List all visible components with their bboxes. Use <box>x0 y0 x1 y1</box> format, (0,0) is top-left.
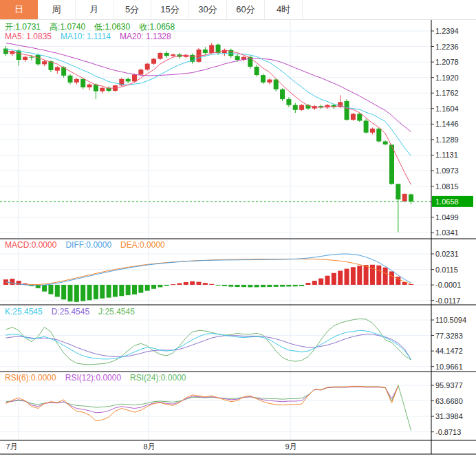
svg-text:1.0499: 1.0499 <box>435 213 459 222</box>
macd-histogram-bar <box>255 285 259 288</box>
tab-4hour[interactable]: 4时 <box>265 0 303 19</box>
tab-day[interactable]: 日 <box>0 0 38 19</box>
candle-body <box>17 50 21 60</box>
candle-body <box>23 57 28 60</box>
tab-week[interactable]: 周 <box>38 0 76 19</box>
ma20-value: MA20: 1.1328 <box>120 32 171 41</box>
trading-chart-window: 日 周 月 5分 15分 30分 60分 4时 开:1.0731高:1.0740… <box>0 0 476 461</box>
svg-text:0.0231: 0.0231 <box>435 250 459 258</box>
k-line <box>6 330 411 359</box>
macd-histogram-bar <box>351 267 356 285</box>
dea-line <box>6 259 411 284</box>
macd-histogram-bar <box>389 271 394 284</box>
macd-histogram-bar <box>100 285 105 299</box>
macd-histogram-bar <box>312 281 317 285</box>
macd-histogram-bar <box>42 285 47 292</box>
chart-canvas[interactable]: 1.23941.22361.20781.19201.17621.16041.14… <box>0 0 476 461</box>
current-price-badge: 1.0658 <box>432 196 473 207</box>
ma5-value: MA5: 1.0835 <box>5 32 52 41</box>
macd-histogram-bar <box>222 285 227 286</box>
candle-body <box>370 129 375 133</box>
svg-text:7月: 7月 <box>6 442 17 451</box>
macd-histogram-bar <box>357 266 362 285</box>
candle-body <box>171 54 175 56</box>
d-value: D:25.4545 <box>52 307 89 317</box>
rsi6-line <box>6 386 398 421</box>
macd-histogram-bar <box>409 284 413 285</box>
candle-body <box>36 55 41 65</box>
macd-histogram-bar <box>61 285 66 299</box>
svg-text:1.1920: 1.1920 <box>435 74 459 82</box>
ma5-line <box>6 50 411 184</box>
candle-body <box>280 89 285 99</box>
macd-histogram-bar <box>158 285 162 288</box>
macd-histogram-bar <box>74 285 79 302</box>
macd-histogram-bar <box>151 285 156 289</box>
svg-text:110.5094: 110.5094 <box>435 316 466 324</box>
y-axis-labels: 1.23941.22361.20781.19201.17621.16041.14… <box>431 27 466 436</box>
macd-histogram-bar <box>376 266 381 285</box>
candle-body <box>364 121 369 133</box>
macd-histogram-bar <box>299 285 304 286</box>
rsi-panel <box>6 385 411 431</box>
candle-body <box>80 79 85 87</box>
j-value: J:25.4545 <box>98 307 135 317</box>
macd-histogram-bar <box>68 285 73 301</box>
rsi24-value: RSI(24):0.0000 <box>130 373 186 383</box>
svg-text:1.1289: 1.1289 <box>435 136 459 144</box>
candle-body <box>261 75 266 83</box>
macd-histogram-bar <box>94 285 98 299</box>
macd-histogram-bar <box>132 285 137 294</box>
macd-histogram-bar <box>171 284 175 285</box>
macd-histogram-bar <box>138 285 143 293</box>
candle-body <box>409 194 413 201</box>
kdj-legend: K:25.4545D:25.4545J:25.4545 <box>5 307 144 317</box>
ma-legend: MA5: 1.0835MA10: 1.1114MA20: 1.1328 <box>5 32 180 41</box>
candle-body <box>203 50 208 53</box>
macd-histogram-bar <box>228 285 233 287</box>
svg-text:1.2078: 1.2078 <box>435 58 459 66</box>
tab-30min[interactable]: 30分 <box>189 0 227 19</box>
diff-value: DIFF:0.0000 <box>65 240 111 250</box>
svg-text:-0.0117: -0.0117 <box>435 297 461 305</box>
candle-body <box>209 45 214 53</box>
tab-60min[interactable]: 60分 <box>227 0 265 19</box>
macd-histogram-bar <box>293 285 298 286</box>
rsi-legend: RSI(6):0.0000RSI(12):0.0000RSI(24):0.000… <box>5 373 195 383</box>
candlesticks <box>3 43 413 233</box>
candle-body <box>126 79 131 82</box>
macd-histogram-bar <box>364 265 369 285</box>
tab-5min[interactable]: 5分 <box>113 0 151 19</box>
svg-text:1.0815: 1.0815 <box>435 182 459 191</box>
tab-15min[interactable]: 15分 <box>151 0 189 19</box>
candle-body <box>274 80 279 89</box>
candle-body <box>255 67 259 75</box>
candle-body <box>235 56 240 60</box>
macd-histogram-bar <box>113 285 118 297</box>
candle-body <box>357 114 362 121</box>
open-value: 开:1.0731 <box>5 22 41 32</box>
svg-text:8月: 8月 <box>143 442 155 451</box>
macd-histogram-bar <box>203 283 208 285</box>
svg-text:31.3984: 31.3984 <box>435 412 463 420</box>
macd-histogram-bar <box>248 285 252 288</box>
candle-body <box>145 64 150 70</box>
candle-body <box>158 53 162 59</box>
tab-month[interactable]: 月 <box>76 0 113 19</box>
ma10-value: MA10: 1.1114 <box>61 32 111 41</box>
macd-histogram-bar <box>80 285 85 301</box>
macd-histogram-bar <box>107 285 111 298</box>
macd-histogram-bar <box>55 285 60 297</box>
rsi12-line <box>6 386 398 412</box>
macd-histogram-bar <box>383 268 388 285</box>
svg-text:1.1762: 1.1762 <box>435 89 459 97</box>
svg-text:1.1446: 1.1446 <box>435 120 459 128</box>
macd-histogram-bar <box>318 279 323 285</box>
low-value: 低:1.0630 <box>94 22 130 32</box>
macd-value: MACD:0.0000 <box>5 240 56 250</box>
candle-body <box>299 105 304 110</box>
svg-text:1.1604: 1.1604 <box>435 105 459 113</box>
macd-histogram-bar <box>274 285 279 287</box>
candle-body <box>293 105 298 110</box>
macd-histogram-bar <box>177 283 182 285</box>
